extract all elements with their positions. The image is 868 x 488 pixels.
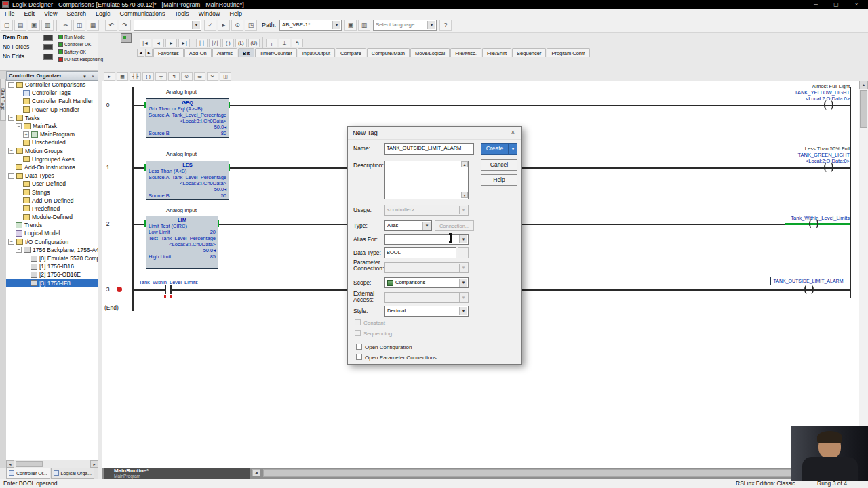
tab-timer-counter[interactable]: Timer/Counter (255, 48, 297, 57)
geq-instruction[interactable]: GEQ Grtr Than or Eql (A>=B) Source ATank… (146, 98, 229, 138)
tab-logical-organizer[interactable]: Logical Orga... (51, 468, 95, 479)
tree-item-slot3-if8[interactable]: [3] 1756-IF8 (6, 279, 98, 287)
run-icon[interactable]: ▸ (218, 20, 230, 30)
menu-logic[interactable]: Logic (91, 9, 115, 18)
lim-instruction[interactable]: LIM Limit Test (CIRC) Low Limit20 TestTa… (146, 216, 218, 269)
tab-mainroutine[interactable]: MainRoutine* MainProgram (104, 468, 250, 479)
jump-icon[interactable]: ↰ (292, 39, 303, 47)
coil-tool-icon[interactable]: ( ) (142, 72, 154, 81)
menu-search[interactable]: Search (62, 9, 91, 18)
scroll-thumb[interactable] (16, 461, 43, 467)
nc-contact-icon[interactable]: ┤/├ (209, 39, 221, 47)
rung-number[interactable]: 3 (102, 286, 114, 293)
description-field[interactable] (384, 161, 469, 199)
open-icon[interactable]: ▤ (14, 20, 26, 30)
tree-item-controller-tags[interactable]: Controller Tags (6, 89, 98, 97)
style-combo[interactable]: Decimal (384, 306, 469, 317)
rung-number[interactable]: 0 (102, 102, 114, 108)
tree-item-backplane[interactable]: −1756 Backplane, 1756-A4 (6, 246, 98, 254)
unlatch-coil-icon[interactable]: (U) (248, 39, 260, 47)
rung-comment[interactable]: Analog Input (166, 89, 197, 95)
scroll-left-icon[interactable]: ◂ (6, 460, 14, 468)
help-icon[interactable]: ? (439, 20, 452, 30)
tab-add-on[interactable]: Add-On (184, 48, 212, 57)
branch-level-icon[interactable]: ⊥ (279, 39, 290, 47)
rung-comment[interactable]: Analog Input (166, 207, 197, 214)
tab-alarms[interactable]: Alarms (212, 48, 237, 57)
menu-communications[interactable]: Communications (115, 9, 170, 18)
tree-item-mainprogram[interactable]: +MainProgram (6, 130, 98, 138)
open-configuration-checkbox[interactable] (356, 344, 362, 350)
desc-scroll-up-icon[interactable]: ▴ (461, 161, 468, 167)
coil-icon[interactable]: ( ) (222, 39, 234, 47)
tabs-scroll-left-icon[interactable]: ◄ (137, 49, 144, 57)
tree-item-add-on-defined[interactable]: Add-On-Defined (6, 197, 98, 205)
tab-move-logical[interactable]: Move/Logical (410, 48, 450, 57)
forces-status[interactable]: No Forces (3, 43, 29, 50)
rung-number[interactable]: 1 (102, 164, 114, 171)
who-active-icon[interactable]: ▣ (344, 20, 357, 30)
menu-help[interactable]: Help (225, 9, 248, 18)
tab-file-misc[interactable]: File/Misc. (450, 48, 481, 57)
verify-icon[interactable]: ✓ (204, 20, 216, 30)
organizer-hscrollbar[interactable]: ◂ ▸ (6, 460, 98, 468)
copy-icon[interactable]: ◫ (73, 20, 85, 30)
zoom-tool-icon[interactable]: ⊙ (181, 72, 193, 81)
tree-item-add-on-instructions[interactable]: Add-On Instructions (6, 163, 98, 171)
tree-item-predefined[interactable]: Predefined (6, 205, 98, 213)
tab-controller-organizer[interactable]: Controller Or... (6, 468, 50, 479)
copy-tool-icon[interactable]: ◫ (220, 72, 231, 81)
search-icon[interactable]: ⊙ (231, 20, 243, 30)
output-coil[interactable] (824, 163, 833, 172)
pin-icon[interactable]: ▾ (81, 73, 88, 80)
upload-icon[interactable]: ▥ (358, 20, 370, 30)
tab-sequencer[interactable]: Sequencer (512, 48, 546, 57)
paste-icon[interactable]: ▦ (87, 20, 99, 30)
collapse-icon[interactable]: − (8, 115, 14, 121)
cut-icon[interactable]: ✂ (60, 20, 72, 30)
routine-scroll-left-icon[interactable]: ◄ (252, 469, 260, 476)
new-icon[interactable]: ▢ (1, 20, 13, 30)
ladder-vscrollbar[interactable]: ▴ ▾ (859, 81, 868, 468)
tree-item-user-defined[interactable]: User-Defined (6, 180, 98, 188)
window-split-icon[interactable]: ◳ (245, 20, 257, 30)
scroll-up-icon[interactable]: ▴ (859, 81, 868, 89)
cancel-button[interactable]: Cancel (481, 159, 517, 171)
select-tool-icon[interactable]: ▸ (104, 72, 115, 81)
tree-item-tasks[interactable]: −Tasks (6, 114, 98, 122)
tree-item-controller-comparisons[interactable]: −Controller Comparisons (6, 81, 98, 89)
menu-edit[interactable]: Edit (20, 9, 40, 18)
name-field[interactable]: TANK_OUTSIDE_LIMIT_ALARM (384, 143, 474, 155)
tree-item-maintask[interactable]: −MainTask (6, 122, 98, 130)
tree-item-trends[interactable]: Trends (6, 221, 98, 229)
tree-item-ungrouped-axes[interactable]: Ungrouped Axes (6, 155, 98, 163)
path-combo[interactable]: AB_VBP-1* (279, 20, 342, 30)
print-icon[interactable]: ▥ (41, 20, 54, 30)
desc-scroll-down-icon[interactable]: ▾ (461, 192, 468, 198)
output-coil[interactable] (809, 219, 818, 228)
scope-combo[interactable]: Comparisons (384, 277, 469, 288)
collapse-icon[interactable]: − (8, 239, 14, 245)
scroll-right-icon[interactable]: ▸ (90, 460, 98, 468)
rung-comment[interactable]: Analog Input (166, 151, 197, 157)
nav-prev-icon[interactable]: ◄ (153, 39, 164, 47)
type-combo[interactable]: Alias (384, 220, 432, 231)
no-contact-icon[interactable]: ┤├ (196, 39, 208, 47)
undo-icon[interactable]: ↶ (105, 20, 117, 30)
save-icon[interactable]: ▣ (28, 20, 40, 30)
routine-hscrollbar[interactable] (263, 469, 857, 477)
minimize-icon[interactable]: ─ (807, 0, 825, 9)
menu-window[interactable]: Window (193, 9, 224, 18)
nav-next-icon[interactable]: ► (165, 39, 177, 47)
tree-item-logical-model[interactable]: Logical Model (6, 229, 98, 237)
open-parameter-connections-checkbox[interactable] (356, 354, 362, 360)
tree-item-powerup-handler[interactable]: Power-Up Handler (6, 106, 98, 114)
tab-input-output[interactable]: Input/Output (298, 48, 335, 57)
latch-coil-icon[interactable]: (L) (235, 39, 247, 47)
tree-item-data-types[interactable]: −Data Types (6, 171, 98, 180)
dialog-close-icon[interactable]: × (507, 128, 519, 138)
recent-search-combo[interactable] (134, 20, 201, 30)
contact-symbol[interactable] (170, 285, 172, 294)
data-type-field[interactable]: BOOL (384, 247, 456, 258)
output-coil[interactable] (824, 100, 833, 110)
